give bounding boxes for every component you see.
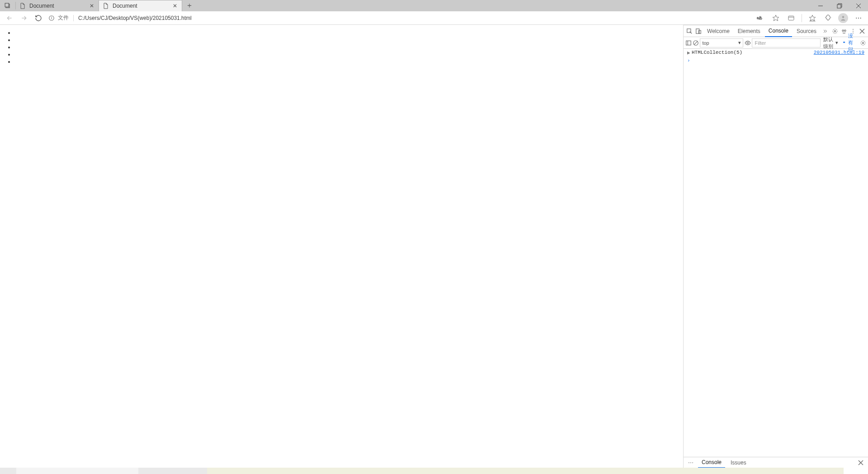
devtools-settings-button[interactable] <box>831 26 839 36</box>
svg-point-38 <box>692 462 693 463</box>
browser-tab-active[interactable]: Document ✕ <box>99 0 182 11</box>
live-expression-button[interactable] <box>744 38 750 48</box>
drawer-close-button[interactable] <box>855 458 866 467</box>
add-favorite-button[interactable] <box>769 12 783 24</box>
close-tab-button[interactable]: ✕ <box>89 3 95 9</box>
svg-point-18 <box>860 18 861 19</box>
list-item <box>14 44 683 51</box>
profile-button[interactable] <box>836 12 850 24</box>
tab-title: Document <box>29 3 85 9</box>
chevron-down-icon: ▾ <box>738 40 741 46</box>
layers-icon <box>5 3 11 9</box>
drawer-tab-console[interactable]: Console <box>698 457 725 468</box>
close-tab-button[interactable]: ✕ <box>172 3 178 9</box>
tab-elements[interactable]: Elements <box>734 25 764 37</box>
svg-line-33 <box>694 41 698 44</box>
tab-welcome[interactable]: Welcome <box>703 25 733 37</box>
maximize-button[interactable] <box>830 0 849 11</box>
taskbar-clock <box>844 468 868 474</box>
favorites-button[interactable] <box>806 12 819 24</box>
devtools-close-button[interactable] <box>858 26 866 36</box>
reading-mode-button[interactable]: aあ <box>754 12 767 24</box>
list-item <box>14 37 683 44</box>
inspect-icon <box>686 28 693 34</box>
reading-icon: aあ <box>757 15 764 21</box>
toolbar-right-icons: aあ <box>754 12 865 24</box>
gear-icon <box>832 28 838 34</box>
chevron-double-right-icon <box>822 28 828 34</box>
tab-console[interactable]: Console <box>765 25 792 37</box>
drawer-more-button[interactable] <box>685 458 696 467</box>
svg-point-35 <box>862 42 864 44</box>
document-icon <box>19 3 26 9</box>
svg-point-23 <box>842 30 844 32</box>
address-bar[interactable]: 文件 C:/Users/CJ/Desktop/VS(web)/202105031… <box>46 12 753 24</box>
divider <box>802 14 802 22</box>
favorites-icon <box>809 14 816 22</box>
more-tabs-button[interactable] <box>821 26 829 36</box>
device-icon <box>695 28 702 34</box>
level-select[interactable]: 默认级别 ▾ <box>821 36 840 50</box>
new-tab-button[interactable]: ＋ <box>182 0 197 11</box>
console-source-link[interactable]: 202105031.html:19 <box>814 50 864 55</box>
console-prompt[interactable]: › <box>684 57 868 64</box>
svg-point-8 <box>52 17 52 17</box>
collections-button[interactable] <box>784 12 798 24</box>
sidebar-icon <box>685 40 692 46</box>
divider <box>73 15 74 21</box>
titlebar: Document ✕ Document ✕ ＋ <box>0 0 868 11</box>
body-row: Welcome Elements Console Sources <box>0 25 868 468</box>
svg-text:aあ: aあ <box>757 16 762 20</box>
extensions-icon <box>824 14 831 22</box>
page-content <box>0 29 683 66</box>
extensions-button[interactable] <box>821 12 835 24</box>
arrow-left-icon <box>6 14 13 22</box>
minimize-button[interactable] <box>811 0 830 11</box>
svg-point-26 <box>853 31 854 32</box>
taskbar-seg <box>16 468 138 474</box>
tab-actions-button[interactable] <box>0 0 15 11</box>
tab-area: Document ✕ Document ✕ ＋ <box>0 0 197 11</box>
level-label: 默认级别 <box>823 36 835 50</box>
svg-marker-10 <box>773 15 778 21</box>
context-value: top <box>702 40 709 46</box>
maximize-icon <box>837 3 842 9</box>
forward-button[interactable] <box>17 12 31 24</box>
more-button[interactable] <box>852 12 865 24</box>
devtools-panel: Welcome Elements Console Sources <box>684 25 868 468</box>
unordered-list <box>14 29 683 66</box>
user-icon <box>840 15 846 21</box>
toggle-device-button[interactable] <box>694 26 703 36</box>
svg-rect-30 <box>686 41 691 45</box>
context-select[interactable]: top ▾ <box>700 38 743 47</box>
no-symbol-icon <box>693 40 699 46</box>
filter-input[interactable] <box>752 38 821 47</box>
console-sidebar-toggle[interactable] <box>685 38 692 48</box>
list-item <box>14 29 683 37</box>
star-plus-icon <box>772 14 779 22</box>
close-window-button[interactable] <box>849 0 868 11</box>
svg-marker-13 <box>809 15 815 21</box>
dots-horizontal-icon <box>688 460 694 466</box>
clear-console-button[interactable] <box>693 38 699 48</box>
refresh-icon <box>35 14 42 22</box>
tab-sources[interactable]: Sources <box>793 25 820 37</box>
drawer-tab-issues[interactable]: Issues <box>727 457 750 468</box>
inspect-element-button[interactable] <box>685 26 693 36</box>
svg-point-15 <box>842 16 844 18</box>
svg-rect-11 <box>788 16 794 20</box>
devtools-drawer: Console Issues <box>684 457 868 468</box>
back-button[interactable] <box>3 12 16 24</box>
svg-point-34 <box>747 42 749 44</box>
refresh-button[interactable] <box>32 12 45 24</box>
arrow-right-icon <box>20 14 28 22</box>
devtools-tabbar: Welcome Elements Console Sources <box>684 25 868 37</box>
console-log-text: HTMLCollection(5) <box>692 50 814 55</box>
browser-tab-inactive[interactable]: Document ✕ <box>16 0 99 11</box>
console-filter-bar: top ▾ 默认级别 ▾ 没有问 <box>684 37 868 49</box>
svg-point-22 <box>834 30 836 32</box>
console-log-row[interactable]: ▶ HTMLCollection(5) 202105031.html:19 <box>684 49 868 57</box>
console-settings-button[interactable] <box>860 38 866 48</box>
page-content-area[interactable] <box>0 25 684 468</box>
console-output[interactable]: ▶ HTMLCollection(5) 202105031.html:19 › <box>684 49 868 457</box>
